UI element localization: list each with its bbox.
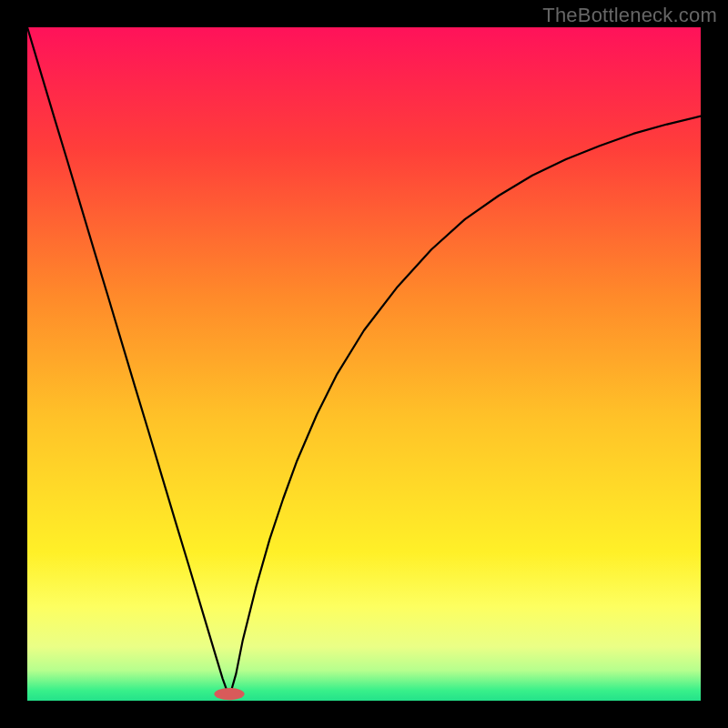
bottleneck-chart	[27, 27, 701, 701]
chart-frame: TheBottleneck.com	[0, 0, 728, 728]
watermark-text: TheBottleneck.com	[542, 4, 717, 27]
minimum-marker	[214, 688, 244, 700]
